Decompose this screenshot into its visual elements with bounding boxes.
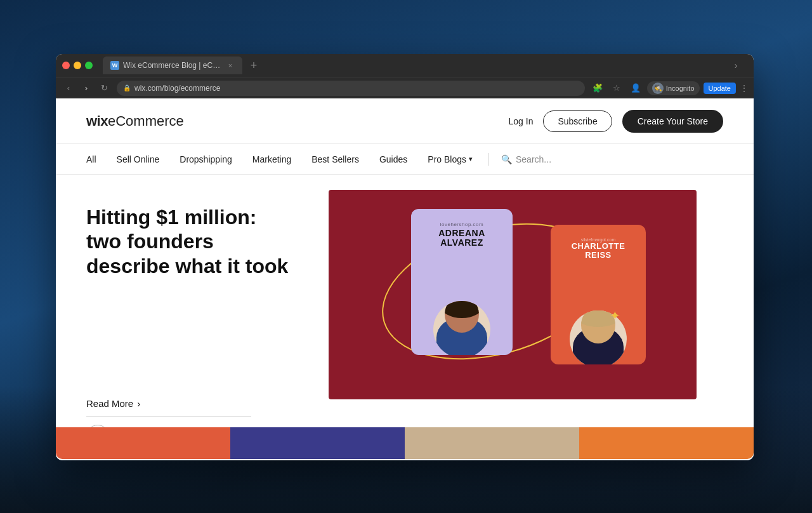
minimize-window-button[interactable] [74,62,81,69]
tab-favicon: W [110,61,119,70]
read-more-label: Read More [86,398,133,409]
card-1-name: ADREANAALVAREZ [438,229,485,248]
search-placeholder: Search... [516,154,551,164]
bottom-strip-orange [579,427,754,459]
more-options-icon[interactable]: ⋮ [740,83,749,93]
site-navigation: All Sell Online Dropshipping Marketing B… [56,144,754,175]
read-more-arrow-icon: › [137,398,140,409]
tab-bar: W Wix eCommerce Blog | eComm... × + [103,57,724,74]
traffic-lights [62,62,93,69]
person-1-avatar [433,301,490,355]
nav-divider [488,153,488,166]
article-divider [86,416,251,417]
founder-card-1: lovehershop.com ADREANAALVAREZ [411,209,513,355]
star-decoration: ✦ [610,308,620,323]
site-header: wix eCommerce Log In Subscribe Create Yo… [56,98,754,144]
back-button[interactable]: ‹ [61,81,76,96]
card-2-text: silviefmargot.com CHARLOTTEREISS [565,237,632,260]
browser-chrome: W Wix eCommerce Blog | eComm... × + › ‹ … [56,54,754,98]
article-image: lovehershop.com ADREANAALVAREZ [329,175,754,460]
nav-search[interactable]: 🔍 Search... [494,154,559,164]
card-2-name: CHARLOTTEREISS [572,242,625,260]
bottom-strip-red [56,427,230,459]
founder-card-2: silviefmargot.com CHARLOTTEREISS [551,225,646,364]
read-more-link[interactable]: Read More › [86,398,298,409]
nav-item-dropshipping[interactable]: Dropshipping [169,144,242,174]
reload-button[interactable]: ↻ [96,81,112,96]
header-actions: Log In Subscribe Create Your Store [509,110,724,133]
extensions-icon[interactable]: 🧩 [590,81,605,96]
tab-close-button[interactable]: × [226,61,235,70]
navigation-bar: ‹ › ↻ 🔒 wix.com/blog/ecommerce 🧩 ☆ 👤 🕵 I… [56,77,754,98]
close-window-button[interactable] [62,62,70,69]
lock-icon: 🔒 [123,84,131,91]
url-text: wix.com/blog/ecommerce [134,84,220,93]
card-1-text: lovehershop.com ADREANAALVAREZ [432,222,492,248]
incognito-label: Incognito [666,84,695,92]
tab-end-controls: › [730,59,747,72]
browser-window: W Wix eCommerce Blog | eComm... × + › ‹ … [56,54,754,460]
nav-item-all[interactable]: All [86,144,107,174]
update-button[interactable]: Update [704,83,736,94]
bookmark-icon[interactable]: ☆ [609,81,624,96]
hero-image-container: lovehershop.com ADREANAALVAREZ [329,190,697,399]
maximize-window-button[interactable] [85,62,93,69]
login-button[interactable]: Log In [509,116,534,126]
title-bar: W Wix eCommerce Blog | eComm... × + › [56,54,754,77]
tab-title: Wix eCommerce Blog | eComm... [123,61,222,70]
forward-button[interactable]: › [79,81,94,96]
nav-end-controls: 🧩 ☆ 👤 🕵 Incognito Update ⋮ [590,81,749,96]
logo-ecommerce: eCommerce [108,113,184,130]
nav-item-sell-online[interactable]: Sell Online [107,144,170,174]
incognito-avatar: 🕵 [652,83,664,94]
main-content: Hitting $1 million: two founders describ… [56,175,754,460]
article-left: Hitting $1 million: two founders describ… [56,175,329,460]
address-bar[interactable]: 🔒 wix.com/blog/ecommerce [117,81,585,96]
bottom-strip-tan [405,427,579,459]
chevron-down-icon: ▾ [469,155,473,163]
create-store-button[interactable]: Create Your Store [622,110,723,133]
person-1-silhouette [433,301,490,355]
active-tab[interactable]: W Wix eCommerce Blog | eComm... × [103,57,242,74]
profile-icon[interactable]: 👤 [628,81,643,96]
site-logo: wix eCommerce [86,113,184,130]
article-title: Hitting $1 million: two founders describ… [86,205,289,278]
subscribe-button[interactable]: Subscribe [543,110,612,132]
nav-item-guides[interactable]: Guides [369,144,417,174]
logo-wix: wix [86,113,108,130]
page-content: wix eCommerce Log In Subscribe Create Yo… [56,98,754,460]
incognito-button[interactable]: 🕵 Incognito [647,81,700,95]
nav-item-pro-blogs[interactable]: Pro Blogs ▾ [417,144,483,174]
search-icon: 🔍 [501,154,512,164]
new-tab-button[interactable]: + [245,57,263,74]
card-1-site: lovehershop.com [438,222,485,227]
nav-item-best-sellers[interactable]: Best Sellers [301,144,369,174]
bottom-strip-purple [230,427,405,459]
tab-end-chevron[interactable]: › [730,59,742,72]
nav-item-marketing[interactable]: Marketing [242,144,301,174]
